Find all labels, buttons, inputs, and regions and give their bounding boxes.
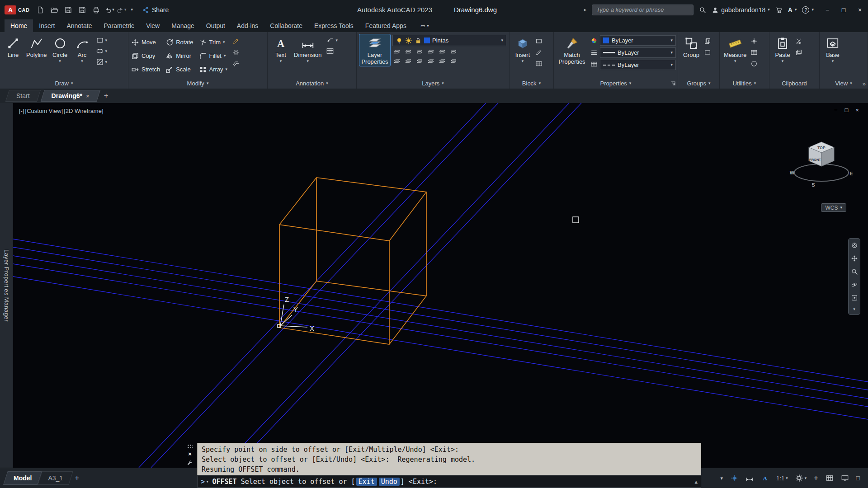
help-menu[interactable]: ? ▾: [802, 6, 814, 14]
ribbon-overflow-chevron[interactable]: »: [863, 80, 866, 87]
command-close-icon[interactable]: ×: [188, 451, 192, 457]
hatch-button[interactable]: ▾: [96, 58, 108, 66]
polyline-button[interactable]: Polyline: [25, 34, 48, 60]
group-edit-icon[interactable]: [704, 49, 711, 56]
plot-button[interactable]: [90, 4, 102, 16]
drawing-tab-close-icon[interactable]: ×: [86, 93, 90, 99]
block-editor-icon[interactable]: [535, 49, 542, 56]
command-palette-grip[interactable]: ×: [184, 444, 196, 475]
scale-button[interactable]: Scale: [165, 63, 193, 75]
layer-lock-icon[interactable]: [415, 37, 422, 44]
autocad-logo[interactable]: A: [5, 5, 16, 14]
tab-output[interactable]: Output: [200, 19, 231, 32]
id-point-icon[interactable]: [750, 60, 758, 67]
viewport-restore-icon[interactable]: □: [845, 107, 849, 113]
viewport-view-control[interactable]: [Custom View]: [25, 108, 63, 114]
layer-isolate-icon[interactable]: [405, 48, 412, 56]
option-exit-button[interactable]: Exit: [356, 478, 377, 486]
insert-button[interactable]: Insert ▾: [512, 34, 533, 64]
base-caret[interactable]: ▾: [832, 59, 834, 63]
layer-color-swatch[interactable]: [424, 38, 430, 43]
cut-icon[interactable]: [795, 38, 802, 45]
command-settings-wrench-icon[interactable]: [187, 460, 193, 466]
layer-freeze-icon[interactable]: [416, 48, 423, 56]
layer-dropdown-caret[interactable]: ▾: [501, 38, 503, 42]
qat-customize-caret[interactable]: ▾: [131, 8, 133, 12]
line-button[interactable]: Line: [3, 34, 24, 60]
viewcube-top-face-label[interactable]: TOP: [817, 145, 826, 150]
viewcube[interactable]: W S E TOP FRONT: [788, 135, 855, 191]
arc-button[interactable]: Arc ▾: [72, 34, 93, 64]
layer-unisolate-icon[interactable]: [393, 58, 401, 65]
tab-home[interactable]: Home: [5, 19, 33, 32]
view-panel-label[interactable]: View▾: [820, 78, 868, 89]
model-space-canvas[interactable]: Z Y X [-] [Custom View] [2D Wireframe] −…: [13, 103, 868, 468]
group-button[interactable]: Group: [681, 34, 702, 60]
linetype-dropdown[interactable]: ByLayer ▾: [600, 60, 676, 70]
object-color-dropdown[interactable]: ByLayer ▾: [600, 35, 676, 46]
grip-dots-icon[interactable]: [187, 444, 193, 448]
redo-caret[interactable]: ▾: [124, 8, 127, 12]
layer-thaw-icon[interactable]: [405, 58, 412, 65]
viewcube-south-label[interactable]: S: [811, 182, 815, 188]
explode-icon[interactable]: [232, 49, 240, 56]
option-undo-button[interactable]: Undo: [379, 478, 400, 486]
status-overflow-caret[interactable]: ▾: [721, 476, 723, 481]
color-wheel-icon[interactable]: [590, 37, 598, 44]
viewcube-front-face-label[interactable]: FRONT: [809, 158, 821, 162]
orbit-icon[interactable]: [851, 281, 858, 288]
properties-panel-label[interactable]: Properties▾: [554, 78, 678, 89]
text-button[interactable]: Text ▾: [270, 34, 291, 64]
tab-parametric[interactable]: Parametric: [98, 19, 140, 32]
paste-button[interactable]: Paste ▾: [772, 34, 793, 64]
viewport-close-icon[interactable]: ×: [855, 107, 859, 113]
new-file-button[interactable]: [34, 4, 46, 16]
minimize-button[interactable]: −: [819, 0, 835, 19]
create-block-icon[interactable]: [535, 38, 542, 45]
search-input[interactable]: [592, 5, 693, 15]
save-button[interactable]: [62, 4, 74, 16]
navbar-caret[interactable]: ▾: [853, 307, 855, 311]
zoom-icon[interactable]: [851, 268, 858, 275]
file-tab-drawing6[interactable]: Drawing6* ×: [42, 90, 99, 102]
paste-caret[interactable]: ▾: [782, 59, 784, 63]
viewport-collapse-control[interactable]: [-]: [19, 108, 24, 114]
ellipse-button[interactable]: ▾: [96, 47, 108, 55]
layer-properties-manager-palette-tab[interactable]: Layer Properties Manager: [0, 103, 13, 468]
new-drawing-tab-button[interactable]: +: [102, 91, 110, 100]
copy-button[interactable]: Copy: [131, 50, 160, 62]
viewport-visual-style-control[interactable]: [2D Wireframe]: [64, 108, 103, 114]
tab-annotate[interactable]: Annotate: [61, 19, 98, 32]
share-button[interactable]: Share: [142, 6, 169, 14]
command-prompt-icon[interactable]: > ▾: [201, 478, 208, 486]
command-history[interactable]: Specify point on side to offset or [Exit…: [197, 443, 701, 475]
measure-button[interactable]: Measure ▾: [722, 34, 748, 64]
viewcube-compass-ring[interactable]: [794, 164, 849, 181]
draw-panel-label[interactable]: Draw▾: [0, 78, 128, 89]
rotate-button[interactable]: Rotate: [165, 36, 193, 48]
block-attributes-icon[interactable]: [535, 60, 542, 67]
annotation-panel-label[interactable]: Annotation▾: [268, 78, 356, 89]
table-button[interactable]: [326, 47, 338, 55]
layers-panel-label[interactable]: Layers▾: [357, 78, 509, 89]
recent-commands-caret[interactable]: ▾: [206, 480, 208, 484]
tab-view[interactable]: View: [140, 19, 165, 32]
copy-clip-icon[interactable]: [795, 49, 802, 56]
tab-collaborate[interactable]: Collaborate: [264, 19, 308, 32]
steering-wheel-icon[interactable]: [851, 242, 858, 249]
lineweight-dropdown[interactable]: ByLayer ▾: [600, 47, 676, 58]
modify-panel-label[interactable]: Modify▾: [128, 78, 267, 89]
redo-button[interactable]: ▾: [116, 6, 127, 14]
annotation-visibility-icon[interactable]: [730, 474, 738, 482]
app-store-cart-icon[interactable]: [775, 6, 783, 14]
arc-caret[interactable]: ▾: [81, 59, 83, 63]
layer-properties-button[interactable]: Layer Properties: [359, 34, 390, 66]
wcs-dropdown[interactable]: WCS ▾: [821, 203, 846, 212]
text-caret[interactable]: ▾: [280, 59, 282, 63]
annotation-scale-control[interactable]: 1:1 ▾: [776, 475, 788, 482]
construction-lines[interactable]: [13, 103, 868, 468]
save-as-button[interactable]: [76, 4, 88, 16]
ungroup-icon[interactable]: [704, 38, 711, 45]
layer-walk-icon[interactable]: [427, 58, 434, 65]
tab-featured-apps[interactable]: Featured Apps: [359, 19, 412, 32]
